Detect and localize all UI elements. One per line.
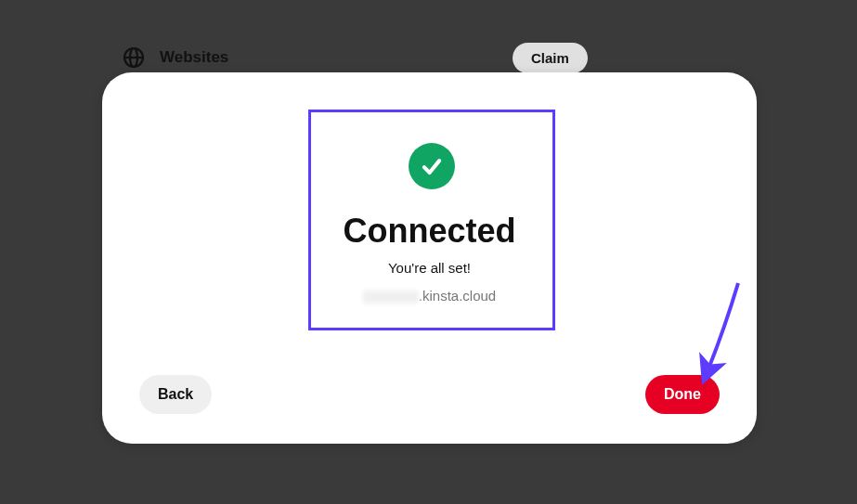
header-row: Websites Claim xyxy=(123,45,734,71)
modal-subtitle: You're all set! xyxy=(102,260,757,276)
websites-label: Websites xyxy=(160,48,228,67)
done-button[interactable]: Done xyxy=(645,375,720,414)
connected-domain: .kinsta.cloud xyxy=(102,288,757,304)
back-button[interactable]: Back xyxy=(139,375,212,414)
claim-button[interactable]: Claim xyxy=(513,43,588,73)
success-check-icon xyxy=(409,143,455,189)
domain-suffix: .kinsta.cloud xyxy=(419,288,496,304)
domain-redacted-part xyxy=(363,291,419,304)
globe-icon xyxy=(123,46,145,69)
modal-title: Connected xyxy=(102,212,757,251)
connected-modal: Connected You're all set! .kinsta.cloud … xyxy=(102,72,757,444)
